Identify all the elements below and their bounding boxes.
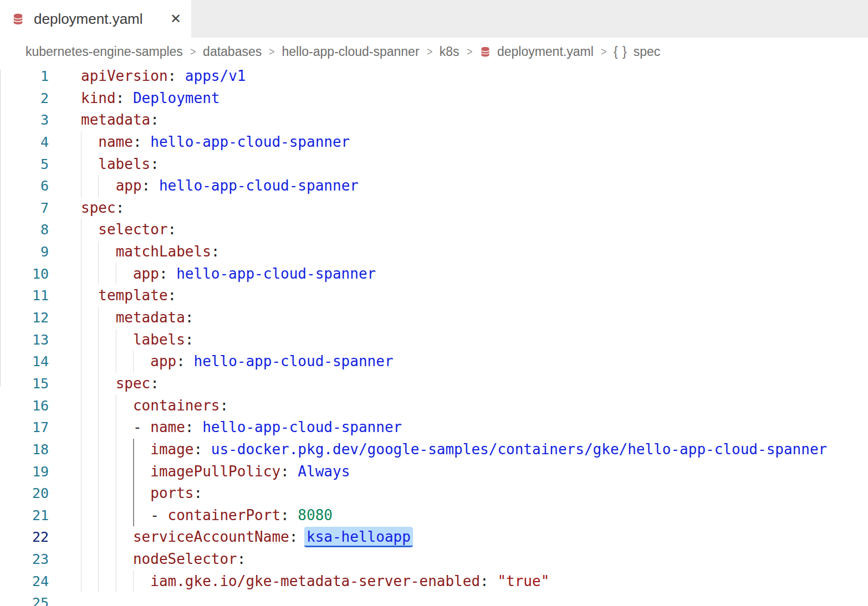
indent-guide	[81, 307, 81, 329]
code-token: us-docker.pkg.dev/google-samples/contain…	[211, 441, 827, 458]
code-line[interactable]: 21 - containerPort: 8080	[0, 505, 868, 527]
code-line[interactable]: 2kind: Deployment	[0, 88, 868, 110]
line-number[interactable]: 6	[0, 175, 81, 197]
indent-guide	[81, 131, 81, 153]
indent-guide	[98, 439, 99, 461]
code-token: :	[133, 133, 150, 150]
code-line[interactable]: 4 name: hello-app-cloud-spanner	[0, 131, 868, 153]
line-number[interactable]: 23	[0, 548, 81, 571]
line-number[interactable]: 17	[0, 417, 81, 439]
code-line[interactable]: 14 app: hello-app-cloud-spanner	[0, 351, 868, 373]
line-number[interactable]: 15	[0, 373, 81, 395]
active-indent-guide	[133, 439, 134, 461]
line-number[interactable]: 13	[0, 329, 81, 351]
line-number[interactable]: 2	[0, 88, 81, 110]
indent-guide	[98, 417, 99, 439]
code-token: :	[116, 199, 125, 216]
code-token: template	[98, 287, 167, 304]
line-number[interactable]: 8	[0, 219, 81, 241]
line-number[interactable]: 1	[0, 65, 81, 88]
line-number[interactable]: 24	[0, 571, 81, 593]
code-line[interactable]: 6 app: hello-app-cloud-spanner	[0, 175, 868, 197]
code-line[interactable]: 11 template:	[0, 285, 868, 307]
code-token: :	[280, 507, 298, 523]
breadcrumb-item-kubernetes-engine-samples[interactable]: kubernetes-engine-samples	[25, 44, 183, 59]
code-line[interactable]: 7spec:	[0, 197, 868, 219]
indent-guide	[98, 241, 99, 263]
indent-guide	[98, 395, 99, 417]
code-token: hello-app-cloud-spanner	[159, 177, 359, 194]
indent-guide	[133, 571, 134, 593]
breadcrumb-item-k8s[interactable]: k8s	[440, 44, 459, 59]
tab-deployment-yaml[interactable]: deployment.yaml ✕	[0, 0, 191, 38]
code-line[interactable]: 17 - name: hello-app-cloud-spanner	[0, 417, 868, 439]
code-token: :	[168, 221, 177, 238]
indent-guide	[116, 482, 116, 505]
indent-guide	[116, 417, 116, 439]
code-line[interactable]: 3metadata:	[0, 109, 868, 131]
code-line[interactable]: 8 selector:	[0, 219, 868, 241]
code-line[interactable]: 22 serviceAccountName: ksa-helloapp	[0, 526, 868, 548]
indent-guide	[116, 461, 116, 483]
indent-guide	[116, 395, 116, 417]
code-token	[81, 133, 98, 150]
breadcrumb-item-spec[interactable]: { }spec	[614, 44, 660, 59]
breadcrumb-item-hello-app-cloud-spanner[interactable]: hello-app-cloud-spanner	[282, 44, 420, 59]
code-token: :	[480, 573, 497, 589]
code-line[interactable]: 10 app: hello-app-cloud-spanner	[0, 263, 868, 285]
indent-guide	[81, 526, 81, 548]
code-token: :	[150, 375, 159, 392]
line-number[interactable]: 16	[0, 395, 81, 417]
line-number[interactable]: 10	[0, 263, 81, 285]
code-line[interactable]: 13 labels:	[0, 329, 868, 351]
line-number[interactable]: 4	[0, 131, 81, 153]
yaml-database-icon	[479, 46, 491, 58]
code-token: :	[176, 353, 193, 369]
line-number[interactable]: 19	[0, 461, 81, 483]
code-token	[81, 221, 98, 238]
code-line[interactable]: 16 containers:	[0, 395, 868, 417]
code-line[interactable]: 5 labels:	[0, 153, 868, 176]
line-number[interactable]: 21	[0, 505, 81, 527]
code-line[interactable]: 25	[0, 592, 868, 606]
braces-object-icon: { }	[614, 44, 627, 59]
code-line[interactable]: 24 iam.gke.io/gke-metadata-server-enable…	[0, 571, 868, 593]
code-line[interactable]: 15 spec:	[0, 373, 868, 395]
code-token: :	[237, 551, 246, 567]
line-number[interactable]: 5	[0, 153, 81, 176]
code-token: :	[185, 419, 202, 435]
line-number[interactable]: 22	[0, 526, 81, 548]
code-line[interactable]: 23 nodeSelector:	[0, 548, 868, 571]
breadcrumb-item-deployment-yaml[interactable]: deployment.yaml	[479, 44, 594, 59]
highlighted-symbol-ksa-helloapp[interactable]: ksa-helloapp	[304, 527, 413, 547]
editor-left-border	[0, 70, 1, 386]
code-line[interactable]: 12 metadata:	[0, 307, 868, 329]
code-token: :	[142, 177, 159, 194]
code-token: apiVersion	[81, 68, 168, 84]
line-number[interactable]: 3	[0, 109, 81, 131]
code-line[interactable]: 19 imagePullPolicy: Always	[0, 461, 868, 483]
line-number[interactable]: 7	[0, 197, 81, 219]
code-token: iam.gke.io/gke-metadata-server-enabled	[150, 573, 480, 589]
breadcrumb: kubernetes-engine-samples>databases>hell…	[0, 38, 868, 65]
code-line[interactable]: 9 matchLabels:	[0, 241, 868, 263]
line-number[interactable]: 9	[0, 241, 81, 263]
line-number[interactable]: 14	[0, 351, 81, 373]
editor-lines: 1apiVersion: apps/v12kind: Deployment3me…	[0, 65, 868, 606]
indent-guide	[98, 548, 99, 571]
tab-close-icon[interactable]: ✕	[169, 11, 182, 27]
breadcrumb-separator-icon: >	[595, 45, 612, 58]
line-number[interactable]: 11	[0, 285, 81, 307]
code-token: 8080	[298, 507, 333, 523]
breadcrumb-item-databases[interactable]: databases	[203, 44, 262, 59]
code-line[interactable]: 20 ports:	[0, 482, 868, 505]
code-line[interactable]: 18 image: us-docker.pkg.dev/google-sampl…	[0, 439, 868, 461]
line-number[interactable]: 20	[0, 482, 81, 505]
code-line[interactable]: 1apiVersion: apps/v1	[0, 65, 868, 88]
line-number[interactable]: 18	[0, 439, 81, 461]
code-token: imagePullPolicy	[150, 463, 280, 480]
indent-guide	[81, 175, 81, 197]
editor-code-area[interactable]: 1apiVersion: apps/v12kind: Deployment3me…	[0, 65, 868, 606]
line-number[interactable]: 25	[0, 592, 81, 606]
line-number[interactable]: 12	[0, 307, 81, 329]
